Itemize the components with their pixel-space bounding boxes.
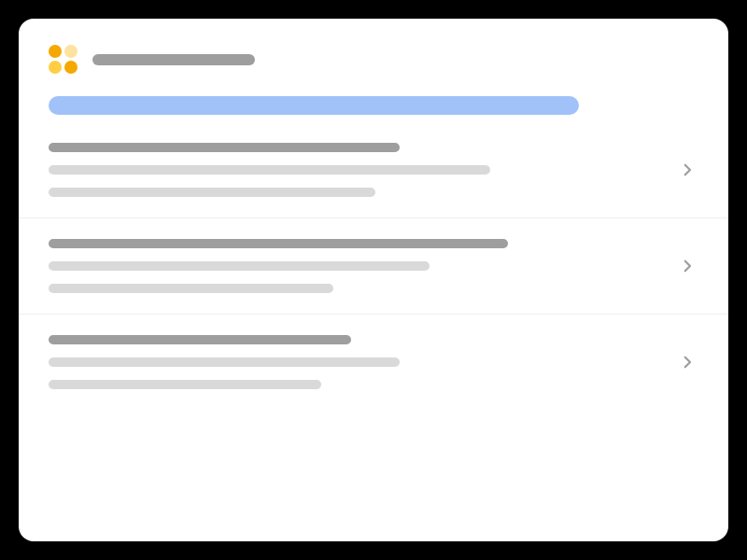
item-subtitle-line [49, 188, 375, 197]
app-logo-icon [49, 45, 78, 74]
list-item[interactable] [19, 314, 728, 410]
chevron-right-icon [676, 351, 698, 373]
item-title [49, 335, 351, 344]
list-item[interactable] [19, 122, 728, 217]
highlight-bar[interactable] [49, 96, 579, 115]
list-item[interactable] [19, 217, 728, 314]
item-title [49, 143, 400, 152]
chevron-right-icon [676, 159, 698, 181]
results-card [19, 19, 728, 541]
item-subtitle-line [49, 261, 430, 271]
item-subtitle-line [49, 380, 321, 389]
item-subtitle-line [49, 284, 333, 293]
card-header [19, 19, 728, 85]
item-subtitle-line [49, 165, 490, 175]
item-title [49, 239, 508, 248]
item-subtitle-line [49, 357, 400, 367]
card-title [92, 54, 255, 65]
result-list [19, 122, 728, 541]
chevron-right-icon [676, 255, 698, 277]
